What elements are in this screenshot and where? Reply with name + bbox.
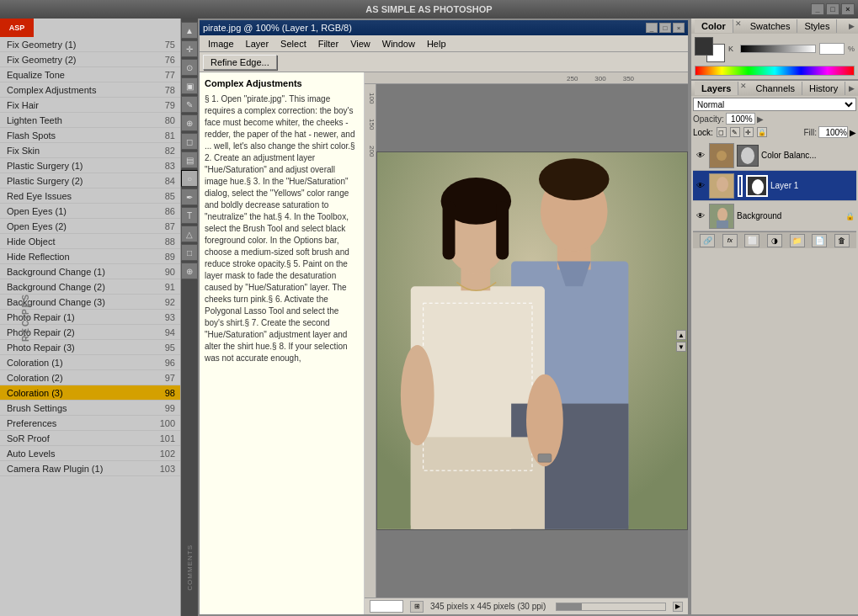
lock-position[interactable]: ✛ <box>743 127 754 137</box>
tool-shape[interactable]: □ <box>181 244 198 261</box>
layers-close[interactable]: ✕ <box>738 82 749 95</box>
recipe-item-84[interactable]: Plastic Surgery (2)84 <box>0 173 180 189</box>
menu-filter[interactable]: Filter <box>313 37 344 50</box>
foreground-color-swatch[interactable] <box>695 37 713 56</box>
menu-help[interactable]: Help <box>422 37 451 50</box>
fill-arrow[interactable]: ▶ <box>850 128 856 137</box>
recipe-item-90[interactable]: Background Change (1)90 <box>0 264 180 279</box>
recipe-item-83[interactable]: Plastic Surgery (1)83 <box>0 158 180 173</box>
tool-stamp[interactable]: ⊕ <box>181 114 198 131</box>
recipe-item-95[interactable]: Photo Repair (3)95 <box>0 340 180 355</box>
maximize-button[interactable]: □ <box>826 3 839 15</box>
color-tab[interactable]: Color <box>695 19 733 33</box>
layer-fx-icon[interactable]: fx <box>722 234 738 247</box>
tool-zoom[interactable]: ⊕ <box>181 263 198 279</box>
scroll-up[interactable]: ▲ <box>676 330 686 340</box>
recipe-item-87[interactable]: Open Eyes (2)87 <box>0 219 180 234</box>
opacity-arrow[interactable]: ▶ <box>757 114 764 124</box>
layer-delete-icon[interactable]: 🗑 <box>834 234 850 247</box>
recipe-item-96[interactable]: Coloration (1)96 <box>0 355 180 370</box>
menu-image[interactable]: Image <box>203 37 239 50</box>
color-spectrum-bar[interactable] <box>695 66 855 76</box>
canvas-scroll-v[interactable]: ▲ ▼ <box>676 330 686 352</box>
recipe-item-88[interactable]: Hide Object88 <box>0 234 180 249</box>
zoom-level[interactable]: 100% <box>370 600 403 613</box>
recipe-item-93[interactable]: Photo Repair (1)93 <box>0 310 180 325</box>
ps-maximize[interactable]: □ <box>659 23 671 33</box>
recipe-item-89[interactable]: Hide Reflection89 <box>0 249 180 264</box>
recipe-item-79[interactable]: Fix Hair79 <box>0 98 180 113</box>
recipe-item-101[interactable]: SoR Proof101 <box>0 431 180 446</box>
blend-mode-select[interactable]: Normal Multiply Screen Overlay <box>693 98 856 111</box>
k-value-input[interactable]: 0 <box>819 43 845 55</box>
layer-background[interactable]: 👁 Background 🔒 <box>693 201 856 231</box>
recipe-item-75[interactable]: Fix Geometry (1)75 <box>0 37 180 52</box>
layers-panel-menu[interactable]: ▶ <box>849 84 855 93</box>
menu-window[interactable]: Window <box>377 37 420 50</box>
ps-minimize[interactable]: _ <box>646 23 658 33</box>
layer-color-balance[interactable]: 👁 <box>693 141 856 171</box>
recipe-item-98[interactable]: Coloration (3)98 <box>0 385 180 401</box>
color-panel-menu[interactable]: ▶ <box>849 22 855 30</box>
lock-all[interactable]: 🔒 <box>757 127 767 137</box>
lock-image[interactable]: ✎ <box>730 127 740 137</box>
swatches-tab[interactable]: Swatches <box>743 19 798 33</box>
opacity-input[interactable] <box>726 113 755 125</box>
recipe-item-100[interactable]: Preferences100 <box>0 416 180 431</box>
recipe-item-81[interactable]: Flash Spots81 <box>0 128 180 143</box>
tool-move[interactable]: ✛ <box>181 40 198 57</box>
tool-brush[interactable]: ✎ <box>181 96 198 113</box>
history-tab[interactable]: History <box>802 82 845 95</box>
k-slider[interactable] <box>740 45 816 53</box>
layer-link-icon[interactable]: 🔗 <box>700 234 715 247</box>
recipe-item-76[interactable]: Fix Geometry (2)76 <box>0 52 180 67</box>
zoom-toggle[interactable]: ⊞ <box>410 601 424 613</box>
canvas-scrollbar-h[interactable] <box>556 603 666 611</box>
tool-gradient[interactable]: ▤ <box>181 151 198 168</box>
layer-group-icon[interactable]: 📁 <box>790 234 805 247</box>
recipe-item-92[interactable]: Background Change (3)92 <box>0 295 180 310</box>
fill-input[interactable] <box>818 126 848 138</box>
menu-select[interactable]: Select <box>275 37 312 50</box>
layer-eye-background[interactable]: 👁 <box>695 210 706 222</box>
tool-path[interactable]: △ <box>181 226 198 242</box>
ps-close[interactable]: × <box>673 23 685 33</box>
menu-layer[interactable]: Layer <box>241 37 274 50</box>
layer-new-icon[interactable]: 📄 <box>812 234 827 247</box>
menu-view[interactable]: View <box>345 37 376 50</box>
recipe-item-78[interactable]: Complex Adjustments78 <box>0 82 180 98</box>
tool-lasso[interactable]: ⊙ <box>181 59 198 76</box>
scroll-down[interactable]: ▼ <box>676 342 686 352</box>
tool-crop[interactable]: ▣ <box>181 77 198 94</box>
recipe-item-86[interactable]: Open Eyes (1)86 <box>0 204 180 219</box>
lock-transparent[interactable]: ◻ <box>717 127 727 137</box>
tool-eraser[interactable]: ◻ <box>181 133 198 150</box>
recipe-item-82[interactable]: Fix Skin82 <box>0 143 180 158</box>
recipe-item-77[interactable]: Equalize Tone77 <box>0 67 180 82</box>
layers-tab[interactable]: Layers <box>695 82 738 95</box>
styles-tab[interactable]: Styles <box>797 19 837 33</box>
window-controls[interactable]: _ □ × <box>811 3 855 15</box>
recipe-item-97[interactable]: Coloration (2)97 <box>0 370 180 385</box>
tool-type[interactable]: T <box>181 207 198 224</box>
layer-eye-color-balance[interactable]: 👁 <box>695 150 706 162</box>
minimize-button[interactable]: _ <box>811 3 824 15</box>
tool-arrow[interactable]: ▲ <box>181 22 198 39</box>
recipe-item-99[interactable]: Brush Settings99 <box>0 401 180 416</box>
recipe-item-85[interactable]: Red Eye Issues85 <box>0 189 180 204</box>
tool-dodge[interactable]: ○ <box>181 170 198 187</box>
layer-mask-icon[interactable]: ⬜ <box>744 234 759 247</box>
fg-bg-color-selector[interactable] <box>695 37 725 62</box>
layer-1[interactable]: 👁 <box>693 171 856 201</box>
layer-adjustment-icon[interactable]: ◑ <box>767 234 782 247</box>
color-close[interactable]: ✕ <box>733 19 743 33</box>
close-button[interactable]: × <box>841 3 855 15</box>
recipe-item-102[interactable]: Auto Levels102 <box>0 446 180 461</box>
refine-edge-button[interactable]: Refine Edge... <box>203 55 277 70</box>
recipe-item-80[interactable]: Lighten Teeth80 <box>0 113 180 128</box>
recipe-item-91[interactable]: Background Change (2)91 <box>0 279 180 295</box>
scroll-right[interactable]: ▶ <box>673 602 683 612</box>
recipe-item-94[interactable]: Photo Repair (2)94 <box>0 325 180 340</box>
recipe-item-103[interactable]: Camera Raw Plugin (1)103 <box>0 461 180 476</box>
channels-tab[interactable]: Channels <box>749 82 802 95</box>
